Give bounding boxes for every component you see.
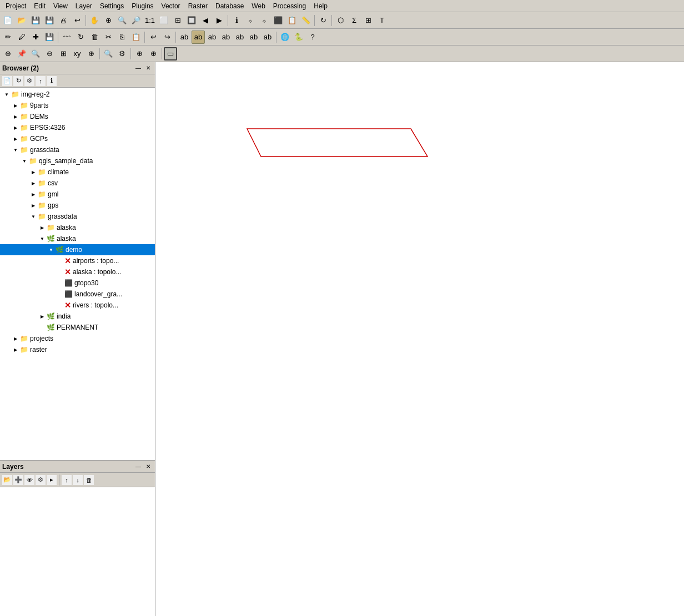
edit-layer-btn[interactable]: ✏	[1, 31, 14, 44]
select-btn[interactable]: ⬦	[244, 14, 257, 27]
tree-item-GCPs[interactable]: ▶📁GCPs	[0, 133, 155, 144]
zoom-next-btn[interactable]: ▶	[213, 14, 226, 27]
tree-item-alaska1[interactable]: ▶📁alaska	[0, 222, 155, 233]
zoom-sel-btn[interactable]: 🔲	[185, 14, 198, 27]
extra4-btn[interactable]: ⊖	[43, 47, 56, 60]
tree-item-grassdata[interactable]: ▼📁grassdata	[0, 144, 155, 155]
tree-item-grassdata2[interactable]: ▼📁grassdata	[0, 211, 155, 222]
layers-panel-minimize[interactable]: —	[134, 462, 143, 471]
menu-vector[interactable]: Vector	[158, 1, 184, 11]
snap-btn[interactable]: ⊕	[133, 47, 146, 60]
label3-btn[interactable]: ab	[219, 31, 233, 44]
label6-btn[interactable]: ab	[261, 31, 274, 44]
python-btn[interactable]: 🐍	[292, 31, 305, 44]
open-project-btn[interactable]: 📂	[15, 14, 28, 27]
tree-item-climate[interactable]: ▶📁climate	[0, 166, 155, 178]
layers-down-btn[interactable]: ↓	[73, 475, 83, 485]
frame-btn[interactable]: ▭	[164, 47, 177, 60]
calc-btn[interactable]: ⊞	[361, 14, 375, 27]
browser-add-btn[interactable]: 📄	[2, 76, 12, 86]
config-btn[interactable]: ⚙	[115, 47, 129, 60]
tree-item-alaska2[interactable]: ▼🌿alaska	[0, 233, 155, 244]
browser-filter-btn[interactable]: ⚙	[24, 76, 34, 86]
menu-database[interactable]: Database	[212, 1, 247, 11]
print-btn[interactable]: 🖨	[57, 14, 70, 27]
menu-settings[interactable]: Settings	[97, 1, 127, 11]
copy-features-btn[interactable]: ⎘	[115, 31, 129, 44]
layers-extra-btn[interactable]: ▸	[47, 475, 57, 485]
layers-panel-close[interactable]: ✕	[144, 462, 153, 471]
tree-item-permanent[interactable]: 🌿PERMANENT	[0, 322, 155, 333]
extra5-btn[interactable]: ⊞	[57, 47, 70, 60]
label4-btn[interactable]: ab	[233, 31, 247, 44]
tree-item-alaska3[interactable]: ✕alaska : topolo...	[0, 266, 155, 277]
rotate-btn[interactable]: ↻	[74, 31, 87, 44]
save-as-btn[interactable]: 💾	[43, 14, 56, 27]
help2-btn[interactable]: ?	[306, 31, 319, 44]
pan-btn[interactable]: ✋	[88, 14, 101, 27]
save-edits-btn[interactable]: 💾	[43, 31, 56, 44]
menu-raster[interactable]: Raster	[185, 1, 211, 11]
browser-tree[interactable]: ▼📁img-reg-2▶📁9parts▶📁DEMs▶📁EPSG:4326▶📁GC…	[0, 88, 155, 460]
layers-up-btn[interactable]: ↑	[62, 475, 72, 485]
digitize-line-btn[interactable]: 〰	[60, 31, 73, 44]
stats-btn[interactable]: Σ	[348, 14, 361, 27]
save-project-btn[interactable]: 💾	[29, 14, 42, 27]
menu-edit[interactable]: Edit	[31, 1, 49, 11]
extra7-btn[interactable]: ⊕	[84, 47, 98, 60]
digitize-btn[interactable]: 🖊	[15, 31, 28, 44]
zoom-full-btn[interactable]: ⊞	[171, 14, 184, 27]
undo2-btn[interactable]: ↩	[147, 31, 160, 44]
paste-features-btn[interactable]: 📋	[129, 31, 143, 44]
browser-info-btn[interactable]: ℹ	[47, 76, 57, 86]
tree-item-csv[interactable]: ▶📁csv	[0, 178, 155, 189]
layers-filter-btn[interactable]: ⚙	[36, 475, 46, 485]
add-feature-btn[interactable]: ✚	[29, 31, 42, 44]
menu-web[interactable]: Web	[248, 1, 268, 11]
open-table-btn[interactable]: 📋	[285, 14, 299, 27]
tree-item-raster[interactable]: ▶📁raster	[0, 344, 155, 355]
menu-plugins[interactable]: Plugins	[128, 1, 157, 11]
delete-selected-btn[interactable]: 🗑	[88, 31, 101, 44]
menu-layer[interactable]: Layer	[72, 1, 95, 11]
tree-item-9parts[interactable]: ▶📁9parts	[0, 100, 155, 111]
text-btn[interactable]: T	[375, 14, 389, 27]
tree-item-projects[interactable]: ▶📁projects	[0, 333, 155, 344]
zoom-layer-btn[interactable]: ⬜	[157, 14, 170, 27]
pan-to-btn[interactable]: ⊕	[102, 14, 115, 27]
extra3-btn[interactable]: 🔍	[29, 47, 42, 60]
layers-add-btn[interactable]: ➕	[13, 475, 23, 485]
label-active-btn[interactable]: ab	[192, 31, 205, 44]
tree-item-india[interactable]: ▶🌿india	[0, 311, 155, 322]
zoom-1-1-btn[interactable]: 1:1	[143, 14, 157, 27]
label-btn[interactable]: ab	[178, 31, 191, 44]
tree-item-demo[interactable]: ▼🌿demo	[0, 244, 155, 255]
tree-item-gml[interactable]: ▶📁gml	[0, 189, 155, 200]
layers-remove-btn[interactable]: 🗑	[84, 475, 94, 485]
browser-panel-minimize[interactable]: —	[134, 64, 143, 73]
map-canvas[interactable]	[155, 62, 684, 616]
deselect-btn[interactable]: ⬦	[258, 14, 271, 27]
measure-btn[interactable]: 📏	[299, 14, 313, 27]
search-btn[interactable]: 🔍	[102, 47, 115, 60]
tree-item-qgis_sample_data[interactable]: ▼📁qgis_sample_data	[0, 155, 155, 166]
zoom-out-btn[interactable]: 🔎	[129, 14, 143, 27]
menu-view[interactable]: View	[50, 1, 71, 11]
tree-item-landcover_gra[interactable]: ⬛landcover_gra...	[0, 289, 155, 300]
layers-visible-btn[interactable]: 👁	[24, 475, 34, 485]
extra1-btn[interactable]: ⊕	[1, 47, 14, 60]
tree-item-gtopo30[interactable]: ⬛gtopo30	[0, 277, 155, 289]
spatial-query-btn[interactable]: ⬡	[334, 14, 347, 27]
tree-item-EPSG4326[interactable]: ▶📁EPSG:4326	[0, 122, 155, 133]
zoom-in-btn[interactable]: 🔍	[115, 14, 129, 27]
undo-btn[interactable]: ↩	[71, 14, 84, 27]
tree-item-airports[interactable]: ✕airports : topo...	[0, 255, 155, 266]
redo-btn[interactable]: ↪	[160, 31, 174, 44]
extra2-btn[interactable]: 📌	[15, 47, 28, 60]
new-project-btn[interactable]: 📄	[1, 14, 14, 27]
refresh-btn[interactable]: ↻	[316, 14, 330, 27]
select-all-btn[interactable]: ⬛	[271, 14, 285, 27]
label5-btn[interactable]: ab	[247, 31, 260, 44]
snap2-btn[interactable]: ⊕	[147, 47, 160, 60]
layers-open-btn[interactable]: 📂	[2, 475, 12, 485]
